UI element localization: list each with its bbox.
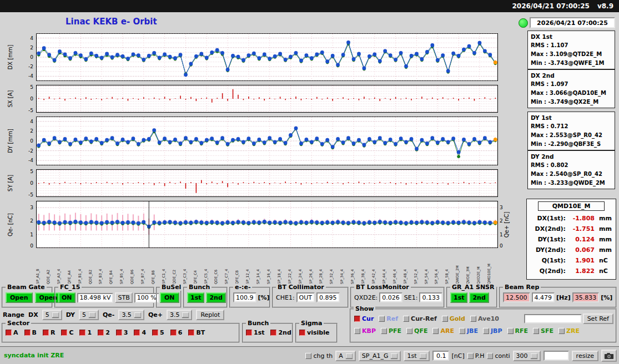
sector-checkbox-4[interactable] (134, 330, 140, 336)
bpm-axis-label: SP_56_4 (435, 250, 445, 284)
sector-a-select[interactable]: A (335, 351, 356, 361)
bpm-axis-label: SP_B7_4 (141, 250, 152, 284)
sy-axis-label: SY [A] (7, 175, 13, 191)
sx-axis-label: SX [A] (7, 90, 13, 107)
bpm-value-row: Q(1st): 1.901 nC (529, 255, 613, 266)
range-qe-minus-select[interactable]: 3.5 (118, 310, 144, 320)
range-dx-select[interactable]: 5 (42, 310, 62, 320)
range-dx-value: 5 (46, 311, 49, 318)
set-ref-button[interactable]: Set Ref (583, 314, 613, 324)
ph-label: P.H (475, 352, 485, 360)
gr-a1-snsr-title: GR_A1 SNSR (450, 284, 496, 291)
show-title: Show (354, 305, 375, 312)
show-checkbox-Ave10[interactable] (470, 316, 476, 322)
sector-checkbox-1[interactable] (79, 330, 85, 336)
fc15-group: FC_15 ON 18.498 kV STB 100 % (54, 287, 154, 308)
sector-checkbox-A[interactable] (6, 330, 12, 336)
show-checkbox-Gold[interactable] (442, 316, 448, 322)
charge-plot[interactable] (36, 201, 498, 248)
bpm-select[interactable]: SP_A1_G (359, 351, 401, 361)
ref-name-input[interactable] (524, 314, 582, 323)
show-region-label: ARE (440, 327, 454, 335)
interval-select[interactable]: 300 (513, 351, 541, 361)
show-checkbox-Ref[interactable] (379, 316, 385, 322)
screenshot-button[interactable] (601, 350, 617, 362)
sigma-visible-item: visible (299, 329, 329, 336)
range-qe-minus-label: Qe- (103, 311, 114, 318)
sector-checkbox-C[interactable] (61, 330, 67, 336)
range-qe-plus-select[interactable]: 3.5 (167, 310, 193, 320)
show-region-checkbox-ZRE[interactable] (558, 328, 565, 334)
bpm-axis-label: QWDE_2M (456, 250, 466, 284)
bpm-value-row: DX(1st): -1.808 mm (529, 213, 613, 224)
conti-checkbox[interactable] (487, 353, 493, 359)
count-input[interactable] (543, 351, 569, 361)
show-region-label: QFE (414, 327, 427, 335)
sector-checkbox-2[interactable] (98, 330, 104, 336)
show-checkbox-Cur[interactable] (354, 316, 360, 322)
sector-checkbox-R[interactable] (43, 330, 49, 336)
beam-rep-pct-unit: [%] (601, 294, 612, 301)
sector-checkbox-3[interactable] (116, 330, 122, 336)
bpm-axis-label: SP_C1_4 (162, 250, 173, 284)
dy-orbit-chart-row: DY [mm] 420-2-4 (0, 117, 511, 165)
conti-label: conti (495, 352, 510, 360)
sector-checkbox-5[interactable] (152, 330, 158, 336)
bpm-value-unit: mm (595, 246, 612, 254)
show-region-checkbox-SFE[interactable] (533, 328, 539, 334)
bunch-label: 2nd (278, 329, 291, 336)
dx-orbit-plot[interactable] (36, 33, 498, 81)
page-title: Linac KEKB e- Orbit (66, 17, 157, 27)
show-region-checkbox-RFE[interactable] (507, 328, 514, 334)
bunch-select-group: Bunch 1st 2nd (183, 287, 228, 308)
show-region-checkbox-KBP[interactable] (354, 328, 360, 334)
bpm-value-row: Q(2nd): 1.822 nC (529, 266, 613, 276)
show-region-checkbox-JBE[interactable] (459, 328, 465, 334)
replot-button[interactable]: Replot (196, 310, 224, 320)
interval-value: 300 (516, 352, 528, 360)
bunch-2nd-button[interactable]: 2nd (206, 292, 225, 303)
ee-ratio-title: e-:e- (233, 284, 252, 291)
status-message: syncdata init ZRE (4, 347, 64, 364)
show-region-label: KBP (362, 327, 376, 335)
bunch-checkbox-1st[interactable] (246, 330, 252, 336)
sector-checkbox-B[interactable] (24, 330, 31, 336)
sector-item: C (61, 329, 73, 336)
snsr-1st-button[interactable]: 1st (450, 292, 467, 303)
sy-steering-chart-row: SY [A] 50-5 (0, 169, 511, 197)
sector-checkbox-BT[interactable] (188, 330, 194, 336)
dy-axis-label: DY [mm] (7, 129, 13, 153)
show-region-checkbox-JBP[interactable] (483, 328, 489, 334)
show-region-checkbox-QFE[interactable] (406, 328, 412, 334)
busel-on-button[interactable]: ON (160, 292, 179, 303)
bpm-axis-label: SP_A1_8 (36, 250, 47, 284)
show-region-item: KBP (354, 327, 376, 335)
beam-gate-open-1-button[interactable]: Open (6, 292, 33, 303)
range-dy-select[interactable]: 5 (79, 310, 99, 320)
fc15-stb-button[interactable]: STB (115, 292, 132, 303)
show-item: Ref (379, 315, 398, 322)
show-region-checkbox-ARE[interactable] (432, 328, 439, 334)
sy-steering-plot[interactable] (36, 169, 498, 197)
ee-ratio-value: 100.9 (233, 292, 256, 302)
bunch-checkbox-2nd[interactable] (270, 330, 276, 336)
chg-th-checkbox[interactable] (305, 353, 311, 359)
fc15-on-button[interactable]: ON (58, 292, 76, 303)
show-region-checkbox-PFE[interactable] (381, 328, 387, 334)
ph-checkbox[interactable] (467, 353, 474, 359)
resize-button[interactable]: resize (572, 351, 598, 361)
sx-steering-plot[interactable] (36, 85, 498, 113)
snsr-2nd-button[interactable]: 2nd (469, 292, 489, 303)
qxd2e-label: QXD2E: (354, 294, 378, 301)
beam-rep-rate-value: 12.500 (503, 292, 530, 302)
bunch-1st-button[interactable]: 1st (187, 292, 204, 303)
dy-orbit-plot[interactable] (36, 117, 498, 165)
stats-title: DX 2nd (531, 71, 612, 80)
bpm-axis-label: QFE_A4 (68, 250, 78, 284)
sigma-visible-checkbox[interactable] (299, 330, 305, 336)
chg-th-label: chg th (313, 352, 333, 360)
bpm-axis-label: SP_18_4 (278, 250, 288, 284)
sector-checkbox-6[interactable] (170, 330, 177, 336)
bunch-select[interactable]: 1st (404, 351, 429, 361)
show-checkbox-Cur-Ref[interactable] (403, 316, 409, 322)
